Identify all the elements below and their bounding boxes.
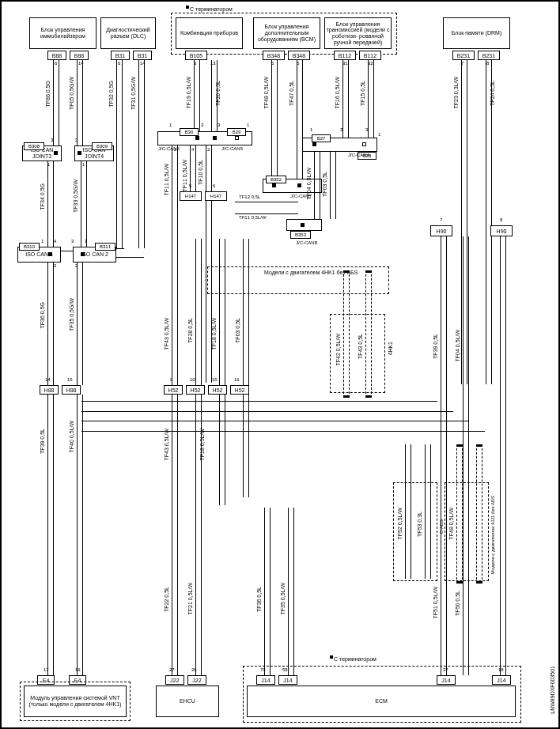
wire <box>195 508 202 675</box>
pin: 3 <box>51 138 53 142</box>
pin: 15 <box>212 377 218 382</box>
pin: 16 <box>234 377 240 382</box>
wire <box>368 60 374 139</box>
node <box>362 142 366 146</box>
wire-label: TF43 0,5L/W <box>164 318 169 349</box>
vnt-dash <box>20 682 131 721</box>
doc-id: LNW89DXF003501 <box>550 666 555 714</box>
conn-j22-1: J22 <box>165 675 184 685</box>
pin: 3 <box>71 239 74 244</box>
wire-label: TF35 0,5L/W <box>280 583 286 614</box>
conn-b308: B308 <box>24 142 44 150</box>
conn-b30: B30 <box>180 128 199 136</box>
wire <box>297 60 303 179</box>
wire-label: TF20 0,5L <box>215 81 221 106</box>
node <box>195 136 199 140</box>
conn-b348-2: B348 <box>288 51 310 60</box>
wire <box>243 239 249 385</box>
joint-label: ISO CAN 2 <box>81 251 108 258</box>
wire-label: TF11 0,5L/W <box>182 160 187 191</box>
wire-dashed <box>365 270 372 398</box>
conn-b88-2: B88 <box>70 51 89 60</box>
pin: 1 <box>85 239 87 244</box>
jc-can5-label: J/C-CAN5 <box>221 146 243 151</box>
wire <box>463 236 469 675</box>
wire-label: TF42 0,5L/W <box>335 334 341 365</box>
wire <box>77 395 83 675</box>
pin: 3 <box>201 123 203 127</box>
wire <box>500 236 506 675</box>
pin: 1 <box>169 123 172 127</box>
wire-label: TF11 0,5L/W <box>164 164 169 195</box>
wire <box>47 263 54 385</box>
hline <box>116 248 124 249</box>
conn-b309: B309 <box>92 142 112 150</box>
wire-label: TF23 0,3L/W <box>453 77 459 108</box>
wire-label: TF48 0,5L/W <box>263 77 269 108</box>
wire <box>342 60 349 139</box>
conn-h147-1: H147 <box>180 191 202 201</box>
conn-h90-2: H90 <box>490 225 513 236</box>
wire-label: TF10 0,5L <box>198 160 203 185</box>
pin: 5 <box>189 183 191 188</box>
terminator-label-bottom: С терминатором <box>334 656 376 662</box>
conn-h52-2: H52 <box>186 385 205 395</box>
wire-label: TF47 0,5L <box>289 81 294 106</box>
wire-label: TF19 0,5L/W <box>186 77 191 108</box>
dlc-box: Диагностический разъем (DLC) <box>100 17 156 49</box>
pin: 9 <box>170 377 172 382</box>
immobilizer-box: Блок управления иммобилайзером <box>29 17 96 49</box>
node <box>301 223 305 227</box>
terminator-dash-top <box>171 13 397 55</box>
wire-label: TF52 0,5L/W <box>397 508 403 539</box>
pin: 14 <box>45 377 51 382</box>
wire-label: TF40 0,5L/W <box>69 421 74 452</box>
wire <box>288 508 294 675</box>
wire <box>405 444 411 579</box>
node <box>54 151 58 155</box>
wire <box>138 60 145 248</box>
conn-b31-2: B31 <box>133 51 152 60</box>
wire-label: TF39 0,5L <box>40 429 45 454</box>
conn-b29: B29 <box>227 128 246 136</box>
wire-label: TF04 0,5L/W <box>306 168 312 199</box>
drm-box: Блок памяти (DRM) <box>443 17 510 49</box>
wire <box>172 239 178 385</box>
wire-label: TF43 0,5L <box>358 334 363 359</box>
hline-routing <box>81 401 437 402</box>
pin: 17 <box>44 667 49 672</box>
conn-j22-2: J22 <box>187 675 206 685</box>
wire-dashed <box>343 270 350 398</box>
pin: 1 <box>310 127 312 132</box>
c-abs-label: С-АБS <box>439 519 444 534</box>
pin: 6 <box>213 183 215 188</box>
terminator-marker-bottom <box>330 655 333 659</box>
wire-label: TF34 0,5G <box>40 183 45 210</box>
pin: 4 <box>54 239 56 244</box>
wire-label: TF51 0,5L/W <box>433 587 438 618</box>
node <box>235 136 239 140</box>
terminator-marker-top <box>186 6 189 9</box>
wire <box>314 152 320 219</box>
wire <box>116 60 123 248</box>
conn-b31-1: B31 <box>111 51 130 60</box>
wire-label: TF31 0,5G/W <box>131 77 136 110</box>
wire-label: TF86 0,5G <box>45 81 51 107</box>
wire <box>77 263 83 385</box>
wire-label: TF35 0,5G/W <box>69 298 74 331</box>
pin: 1 <box>41 239 44 244</box>
wire-label: TF05 0,5G/W <box>69 77 74 110</box>
wiring-diagram-page: С терминатором Блок управления иммобилай… <box>0 0 560 729</box>
pin: 1 <box>378 132 380 137</box>
node <box>81 252 85 256</box>
wire-label: TF50 0,5L <box>455 591 460 616</box>
wire <box>47 161 54 247</box>
wire-label: TF12 0,5L <box>239 195 260 199</box>
wire <box>219 239 225 385</box>
abs-side2-label: Модели с двигателем 4JJ1 без АБS <box>490 496 495 574</box>
pin: 10 <box>190 377 195 382</box>
wire <box>425 444 431 579</box>
wire-label: TF24 0,5L <box>490 81 495 106</box>
wire-label: TF43 0,5L/W <box>164 429 169 460</box>
node <box>297 183 301 187</box>
